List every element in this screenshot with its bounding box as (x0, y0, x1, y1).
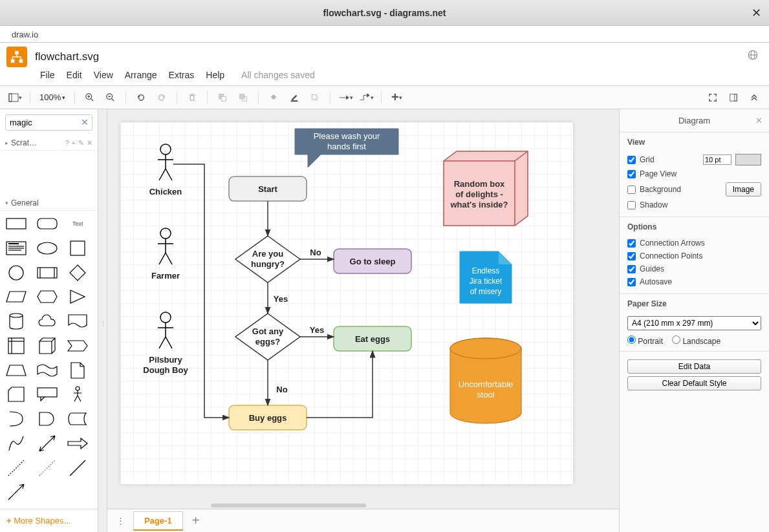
zoom-dropdown[interactable]: 100%▾ (37, 91, 68, 103)
landscape-radio[interactable] (672, 335, 680, 344)
shape-directional[interactable] (4, 483, 28, 501)
pageview-checkbox[interactable] (627, 170, 636, 178)
background-checkbox[interactable] (627, 186, 636, 194)
zoom-out-icon[interactable] (102, 89, 119, 106)
menu-edit[interactable]: Edit (67, 70, 82, 80)
shape-diamond[interactable] (65, 264, 90, 282)
edit-data-button[interactable]: Edit Data (627, 359, 761, 374)
undo-icon[interactable] (133, 89, 149, 106)
shape-bidir-arrow[interactable] (35, 434, 60, 452)
scratchpad-help-icon[interactable]: ? (65, 139, 69, 147)
node-sleep[interactable]: Go to sleep (334, 249, 411, 273)
node-hungry[interactable]: Are you hungry? (235, 236, 300, 282)
grid-size-input[interactable] (703, 154, 731, 165)
actor-doughboy[interactable]: Pilsbury Dough Boy (143, 312, 188, 375)
shape-document[interactable] (65, 312, 90, 330)
shape-dotted-line[interactable] (35, 459, 60, 477)
shape-ellipse[interactable] (35, 239, 60, 257)
shape-step[interactable] (65, 337, 90, 355)
shape-hexagon[interactable] (35, 288, 60, 306)
scratchpad-add-icon[interactable]: + (72, 139, 76, 147)
more-shapes-button[interactable]: More Shapes... (0, 509, 98, 532)
shape-note[interactable] (65, 361, 90, 379)
shape-internal-storage[interactable] (4, 337, 28, 355)
format-panel-close-icon[interactable]: ✕ (755, 116, 763, 125)
diagram-page[interactable]: Chicken Farmer Pilsbury Dough Boy (120, 122, 573, 484)
page-menu-icon[interactable]: ⋮ (113, 513, 128, 529)
zoom-in-icon[interactable] (81, 89, 98, 106)
shape-jira-note[interactable]: Endless Jira ticket of misery (460, 251, 512, 303)
actor-farmer[interactable]: Farmer (151, 228, 180, 281)
menu-help[interactable]: Help (206, 70, 224, 80)
portrait-radio-label[interactable]: Portrait (627, 335, 663, 346)
shape-data-storage[interactable] (65, 410, 90, 428)
actor-chicken[interactable]: Chicken (149, 144, 182, 197)
shadow-icon[interactable] (307, 89, 323, 106)
shape-rect[interactable] (4, 215, 28, 233)
collapse-icon[interactable] (746, 89, 763, 106)
search-clear-icon[interactable]: ✕ (81, 117, 89, 127)
to-front-icon[interactable] (214, 89, 231, 106)
conn-arrows-checkbox[interactable] (627, 239, 636, 248)
menu-view[interactable]: View (94, 70, 113, 80)
fullscreen-icon[interactable] (704, 89, 721, 106)
shadow-checkbox[interactable] (627, 201, 636, 209)
shape-or[interactable] (4, 410, 28, 428)
scratchpad-edit-icon[interactable]: ✎ (78, 139, 84, 147)
line-color-icon[interactable] (286, 89, 303, 106)
shape-card[interactable] (4, 385, 28, 403)
shape-tape[interactable] (35, 361, 60, 379)
background-image-button[interactable]: Image (726, 182, 761, 197)
grid-checkbox[interactable] (627, 156, 636, 164)
file-name[interactable]: flowchart.svg (35, 50, 99, 63)
app-tab[interactable]: draw.io (5, 27, 45, 42)
delete-icon[interactable] (184, 89, 200, 106)
shape-text[interactable]: Text (65, 215, 90, 233)
shape-rounded-rect[interactable] (35, 215, 60, 233)
shape-dashed-line[interactable] (4, 459, 28, 477)
page-tab-1[interactable]: Page-1 (133, 511, 183, 531)
conn-points-checkbox[interactable] (627, 252, 636, 261)
shape-textbox[interactable] (4, 239, 28, 257)
add-page-icon[interactable]: + (188, 513, 204, 528)
shape-actor[interactable] (65, 385, 90, 403)
canvas-scroll[interactable]: Chicken Farmer Pilsbury Dough Boy (107, 109, 619, 502)
panel-resize-handle[interactable]: ⋮ (98, 109, 107, 532)
shape-box3d[interactable]: Random box of delights - what's inside? (444, 151, 528, 226)
shape-line[interactable] (65, 459, 90, 477)
node-buy-eggs[interactable]: Buy eggs (229, 405, 307, 430)
shape-square[interactable] (65, 239, 90, 257)
menu-arrange[interactable]: Arrange (125, 70, 157, 80)
grid-color-swatch[interactable] (735, 154, 761, 165)
format-panel-icon[interactable] (725, 89, 742, 106)
waypoint-icon[interactable]: ▾ (358, 89, 374, 106)
shape-process[interactable] (35, 264, 60, 282)
paper-size-select[interactable]: A4 (210 mm x 297 mm) (627, 316, 761, 330)
app-logo-icon[interactable] (6, 47, 27, 67)
shape-cylinder[interactable] (4, 312, 28, 330)
node-eat-eggs[interactable]: Eat eggs (334, 326, 411, 351)
insert-icon[interactable]: +▾ (388, 89, 405, 106)
shape-arrow[interactable] (65, 434, 90, 452)
landscape-radio-label[interactable]: Landscape (672, 335, 720, 346)
menu-file[interactable]: File (40, 70, 55, 80)
shape-and[interactable] (35, 410, 60, 428)
callout-wash-hands[interactable]: Please wash your hands first (295, 129, 398, 167)
fill-color-icon[interactable] (265, 89, 282, 106)
clear-style-button[interactable]: Clear Default Style (627, 376, 761, 390)
scratchpad-header[interactable]: ▸Scrat… ? + ✎ ✕ (0, 136, 98, 151)
connection-icon[interactable]: ▾ (337, 89, 354, 106)
shape-stool[interactable]: Uncomfortable stool (450, 338, 521, 423)
to-back-icon[interactable] (235, 89, 252, 106)
redo-icon[interactable] (153, 89, 170, 106)
shape-callout[interactable] (35, 385, 60, 403)
guides-checkbox[interactable] (627, 265, 636, 273)
horizontal-scrollbar[interactable] (107, 502, 619, 509)
menu-extras[interactable]: Extras (169, 70, 195, 80)
shape-triangle[interactable] (65, 288, 90, 306)
shape-curve[interactable] (4, 434, 28, 452)
portrait-radio[interactable] (627, 335, 636, 344)
node-eggs-question[interactable]: Got any eggs? (235, 314, 300, 360)
shape-trapezoid[interactable] (4, 361, 28, 379)
autosave-checkbox[interactable] (627, 278, 636, 286)
